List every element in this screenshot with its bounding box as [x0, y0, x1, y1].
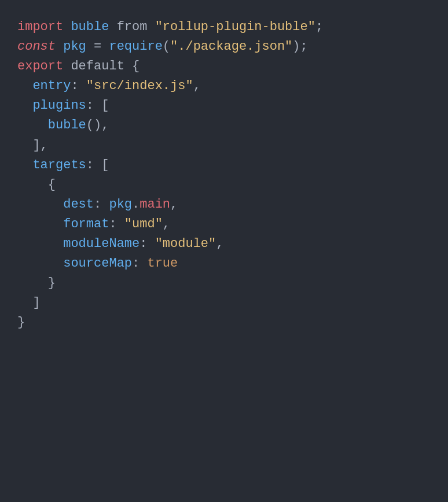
code-line: export default { — [17, 57, 431, 76]
code-editor: import buble from "rollup-plugin-buble";… — [17, 17, 431, 333]
code-line: } — [17, 274, 431, 293]
code-line: format: "umd", — [17, 215, 431, 234]
code-line: sourceMap: true — [17, 254, 431, 274]
code-line: ], — [17, 136, 431, 156]
code-line: targets: [ — [17, 156, 431, 175]
code-line: buble(), — [17, 116, 431, 135]
code-line: ] — [17, 293, 431, 313]
code-line: { — [17, 175, 431, 195]
code-line: dest: pkg.main, — [17, 195, 431, 215]
code-line: plugins: [ — [17, 96, 431, 116]
code-line: import buble from "rollup-plugin-buble"; — [17, 17, 431, 37]
code-line: } — [17, 313, 431, 333]
code-line: const pkg = require("./package.json"); — [17, 37, 431, 57]
code-line: entry: "src/index.js", — [17, 76, 431, 96]
code-line: moduleName: "module", — [17, 234, 431, 254]
